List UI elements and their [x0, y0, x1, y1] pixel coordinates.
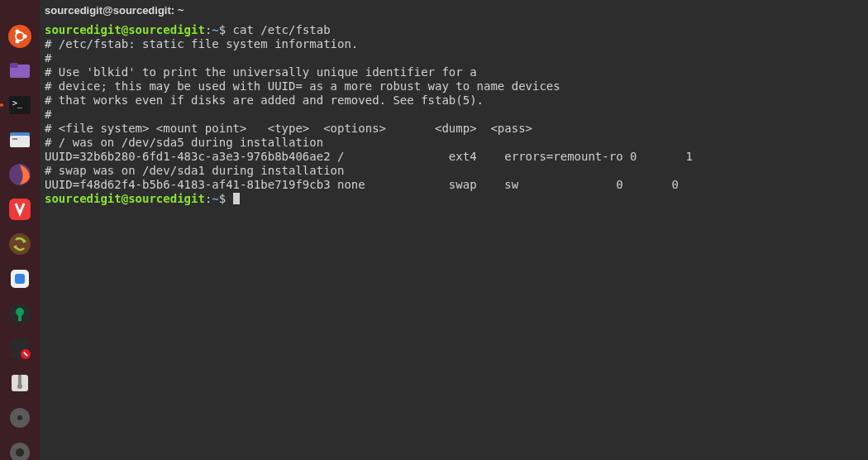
dock-item-text-editor[interactable]	[5, 336, 35, 361]
terminal-icon: >_	[7, 93, 32, 117]
disks-icon	[7, 405, 32, 430]
output-line-0: # /etc/fstab: static file system informa…	[45, 37, 358, 50]
output-line-6: # <file system> <mount point> <type> <op…	[45, 122, 532, 135]
svg-rect-6	[10, 63, 18, 68]
svg-point-31	[16, 448, 24, 457]
svg-text:>_: >_	[12, 98, 23, 108]
terminal-cursor	[233, 193, 240, 204]
dock-item-nautilus[interactable]	[5, 127, 35, 152]
dock-item-vivaldi[interactable]	[5, 197, 35, 222]
dock-item-terminal[interactable]: >_	[5, 93, 35, 117]
svg-point-29	[17, 415, 22, 420]
files-icon	[7, 127, 32, 152]
command-text: cat /etc/fstab	[233, 23, 331, 36]
dock-item-app1[interactable]	[5, 266, 35, 291]
window-title: sourcedigit@sourcedigit: ~	[45, 4, 184, 17]
folder-icon	[7, 58, 32, 83]
output-line-4: # that works even if disks are added and…	[45, 93, 484, 107]
dock-item-archive[interactable]	[5, 371, 35, 395]
svg-rect-13	[9, 199, 31, 220]
svg-point-27	[17, 384, 22, 389]
output-line-9: # swap was on /dev/sda1 during installat…	[45, 164, 344, 177]
svg-rect-10	[10, 136, 30, 147]
window-titlebar[interactable]: sourcedigit@sourcedigit: ~	[40, 0, 868, 20]
svg-rect-26	[18, 375, 21, 385]
ubuntu-icon	[8, 25, 31, 48]
svg-rect-11	[12, 138, 17, 140]
output-line-5: #	[45, 108, 51, 121]
editor-icon	[7, 336, 32, 361]
terminal-content[interactable]: sourcedigit@sourcedigit:~$ cat /etc/fsta…	[40, 20, 868, 460]
prompt-path-2: ~	[212, 192, 218, 205]
sync-icon	[7, 232, 32, 256]
dock-item-settings[interactable]	[5, 301, 35, 326]
app-icon	[7, 266, 32, 291]
svg-rect-18	[15, 274, 25, 284]
archive-icon	[7, 371, 32, 395]
prompt-path: ~	[212, 23, 218, 36]
svg-point-14	[9, 233, 31, 255]
main-area: sourcedigit@sourcedigit: ~ sourcedigit@s…	[40, 0, 868, 460]
ubuntu-dock: >_	[0, 0, 40, 460]
output-line-3: # device; this may be used with UUID= as…	[45, 79, 560, 93]
vivaldi-icon	[7, 197, 32, 222]
prompt-symbol-2: $	[219, 192, 233, 205]
svg-rect-21	[18, 314, 21, 321]
dock-item-app2[interactable]	[5, 440, 35, 460]
svg-point-0	[8, 25, 31, 48]
prompt-user: sourcedigit@sourcedigit	[45, 23, 205, 36]
dock-item-files[interactable]	[5, 58, 35, 83]
output-line-2: # Use 'blkid' to print the universally u…	[45, 65, 477, 79]
prompt-user-2: sourcedigit@sourcedigit	[45, 192, 205, 205]
dock-item-firefox[interactable]	[5, 162, 35, 187]
output-line-1: #	[45, 51, 51, 65]
active-indicator	[0, 103, 3, 107]
output-line-8: UUID=32b6b280-6fd1-483c-a3e3-976b8b406ae…	[45, 150, 693, 163]
dock-item-disks[interactable]	[5, 405, 35, 430]
dock-item-sync[interactable]	[5, 232, 35, 256]
prompt-symbol: $	[219, 23, 233, 36]
output-line-10: UUID=f48d62f4-b5b6-4183-af41-81be719f9cb…	[45, 178, 679, 191]
dock-item-ubuntu[interactable]	[5, 25, 35, 48]
firefox-icon	[7, 162, 32, 187]
settings-icon	[7, 301, 32, 326]
output-line-7: # / was on /dev/sda5 during installation	[45, 136, 323, 149]
app2-icon	[7, 440, 32, 460]
